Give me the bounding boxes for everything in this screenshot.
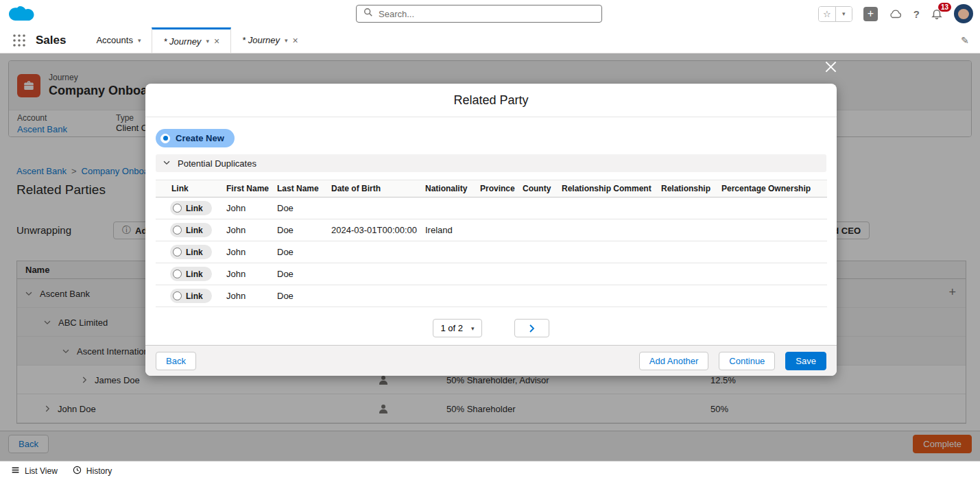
utility-history[interactable]: History [66, 461, 119, 480]
clock-icon [73, 466, 82, 477]
tab-label: * Journey [163, 36, 201, 47]
radio-selected-icon [160, 134, 170, 143]
chevron-down-icon [162, 158, 171, 169]
link-radio-button[interactable]: Link [170, 289, 212, 303]
continue-button[interactable]: Continue [719, 352, 775, 370]
favorites-control: ☆ ▾ [818, 6, 852, 22]
cell-date-of-birth [331, 241, 425, 263]
radio-icon [173, 291, 182, 300]
modal-close-icon[interactable] [824, 60, 837, 75]
cell-nationality [425, 263, 480, 285]
global-search[interactable] [356, 5, 602, 23]
chevron-down-icon[interactable]: ▾ [206, 38, 209, 45]
star-icon[interactable]: ☆ [819, 7, 835, 21]
link-radio-button[interactable]: Link [170, 245, 212, 259]
chevron-down-icon: ▾ [471, 325, 475, 332]
duplicates-header-row: Link First Name Last Name Date of Birth … [156, 180, 827, 197]
page-select[interactable]: 1 of 2 ▾ [433, 319, 481, 337]
app-name: Sales [36, 27, 66, 53]
help-icon[interactable]: ? [913, 8, 920, 20]
column-header-percentage-ownership: Percentage Ownership [721, 180, 827, 197]
radio-icon [173, 269, 182, 278]
create-new-label: Create New [176, 133, 224, 143]
column-header-relationship-comment: Relationship Comment [562, 180, 661, 197]
cell-nationality [425, 197, 480, 219]
tab-journey-2[interactable]: * Journey ▾ × [231, 27, 309, 53]
column-header-province: Province [480, 180, 523, 197]
cell-last-name: Doe [277, 241, 331, 263]
tab-journey-active[interactable]: * Journey ▾ × [152, 27, 231, 53]
duplicate-row: Link John Doe [156, 285, 827, 307]
related-party-modal: Related Party Create New Potential Dupli… [145, 84, 837, 376]
link-radio-button[interactable]: Link [170, 223, 212, 237]
close-icon[interactable]: × [214, 36, 219, 46]
duplicate-row: Link John Doe [156, 197, 827, 219]
duplicates-table: Link First Name Last Name Date of Birth … [156, 180, 827, 307]
column-header-date-of-birth: Date of Birth [331, 180, 425, 197]
radio-icon [173, 226, 182, 235]
pagination: 1 of 2 ▾ [156, 319, 826, 337]
chevron-down-icon[interactable]: ▾ [285, 37, 288, 44]
page-select-value: 1 of 2 [440, 323, 463, 333]
column-header-nationality: Nationality [425, 180, 480, 197]
column-header-last-name: Last Name [277, 180, 331, 197]
tab-label: * Journey [242, 35, 280, 45]
radio-icon [173, 204, 182, 213]
cell-date-of-birth [331, 197, 425, 219]
utility-bar: List View History [0, 461, 980, 480]
modal-back-button[interactable]: Back [156, 352, 196, 370]
header-actions: ☆ ▾ + ? 13 [818, 0, 973, 27]
add-another-button[interactable]: Add Another [639, 352, 709, 370]
cell-last-name: Doe [277, 285, 331, 307]
cloud-upload-icon[interactable] [889, 9, 903, 19]
cell-last-name: Doe [277, 197, 331, 219]
column-header-county: County [523, 180, 562, 197]
app-launcher-icon[interactable] [0, 27, 34, 53]
cell-date-of-birth [331, 263, 425, 285]
link-radio-button[interactable]: Link [170, 267, 212, 281]
tab-bar: Sales Accounts ▾ * Journey ▾ × * Journey… [0, 27, 980, 53]
close-icon[interactable]: × [293, 36, 298, 45]
potential-duplicates-section[interactable]: Potential Duplicates [156, 154, 826, 172]
cell-nationality: Ireland [425, 219, 480, 241]
global-header: ☆ ▾ + ? 13 [0, 0, 980, 27]
duplicates-section-label: Potential Duplicates [178, 158, 256, 169]
cell-date-of-birth [331, 285, 425, 307]
chevron-down-icon[interactable]: ▾ [138, 37, 141, 44]
salesforce-logo-icon [7, 2, 38, 27]
modal-footer: Back Add Another Continue Save [145, 345, 837, 376]
create-new-radio[interactable]: Create New [156, 129, 235, 147]
cell-date-of-birth: 2024-03-01T00:00:00 [331, 219, 425, 241]
next-page-button[interactable] [514, 319, 549, 337]
cell-first-name: John [226, 241, 277, 263]
column-header-first-name: First Name [226, 180, 277, 197]
modal-title: Related Party [453, 93, 528, 108]
avatar[interactable] [954, 4, 973, 23]
utility-label: History [86, 466, 112, 476]
cell-first-name: John [226, 197, 277, 219]
link-radio-button[interactable]: Link [170, 201, 212, 215]
utility-list-view[interactable]: List View [4, 461, 64, 480]
cell-last-name: Doe [277, 219, 331, 241]
utility-label: List View [25, 466, 58, 476]
duplicate-row: Link John Doe [156, 263, 827, 285]
duplicate-row: Link John Doe [156, 241, 827, 263]
radio-icon [173, 248, 182, 256]
column-header-relationship: Relationship [661, 180, 721, 197]
chevron-down-icon[interactable]: ▾ [835, 7, 852, 21]
pencil-icon[interactable]: ✎ [961, 35, 969, 46]
cell-last-name: Doe [277, 263, 331, 285]
duplicate-row: Link John Doe 2024-03-01T00:00:00 Irelan… [156, 219, 827, 241]
cell-nationality [425, 285, 480, 307]
tab-accounts[interactable]: Accounts ▾ [85, 27, 152, 53]
cell-first-name: John [226, 263, 277, 285]
cell-nationality [425, 241, 480, 263]
search-input[interactable] [379, 9, 595, 19]
quick-create-icon[interactable]: + [863, 7, 878, 21]
save-button[interactable]: Save [785, 352, 826, 370]
tab-label: Accounts [96, 35, 132, 45]
search-icon [363, 8, 373, 20]
column-header-link: Link [156, 180, 226, 197]
notification-badge: 13 [938, 3, 951, 12]
notifications-bell-icon[interactable]: 13 [931, 8, 943, 20]
